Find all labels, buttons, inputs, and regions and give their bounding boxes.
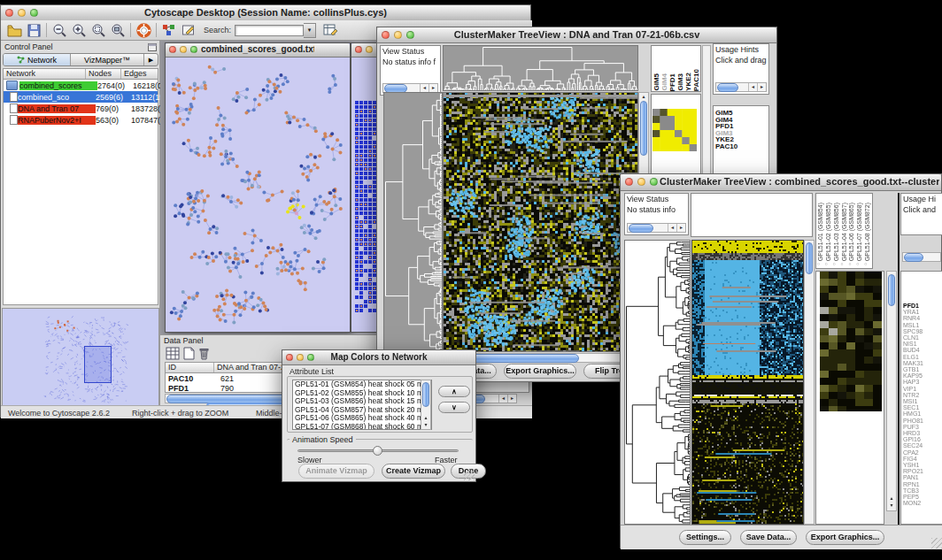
dialog-minimize-button[interactable] xyxy=(297,354,304,361)
search-input[interactable] xyxy=(235,25,304,36)
attribute-item[interactable]: GPL51-07 (GSM868) heat shock 60 min xyxy=(293,423,431,430)
network-frame-titlebar[interactable]: combined_scores_good.txt--cluste... xyxy=(166,43,350,58)
zoom-fit-icon[interactable] xyxy=(108,21,127,39)
tv2-close-button[interactable] xyxy=(625,178,633,186)
tv2-column-label: GPL51-08 (GSM872) xyxy=(864,203,872,261)
annotation-icon[interactable] xyxy=(179,21,198,39)
zoom-in-icon[interactable] xyxy=(69,21,89,39)
dialog-titlebar[interactable]: Map Colors to Network xyxy=(282,350,475,365)
tv1-column-label: GIM4 xyxy=(660,73,668,91)
animation-speed-label: Animation Speed xyxy=(290,435,356,444)
close-button[interactable] xyxy=(5,9,13,17)
tv2-row-dendrogram[interactable] xyxy=(624,240,691,525)
tv2-view-status-title: View Status xyxy=(625,194,688,204)
tv2-zoom-button[interactable] xyxy=(650,178,658,186)
dialog-resize-grip[interactable] xyxy=(464,470,475,480)
vizmapper-icon[interactable] xyxy=(159,21,179,39)
zoom-out-icon[interactable] xyxy=(50,21,69,39)
tv1-export-graphics-button[interactable]: Export Graphics... xyxy=(504,364,576,379)
tv2-usage-body: Click and xyxy=(901,204,942,215)
zoom-selected-icon[interactable] xyxy=(89,21,108,39)
tv2-gene-label: VIP1 xyxy=(903,386,942,392)
tv2-gene-label: GTB1 xyxy=(903,366,942,372)
tv1-heatmap[interactable] xyxy=(443,92,638,352)
tv2-view-status-scrollbar[interactable]: ◂▸ xyxy=(627,223,686,233)
tv1-close-button[interactable] xyxy=(382,31,390,39)
attribute-browser-icon[interactable] xyxy=(320,21,340,39)
network-list-row[interactable]: RNAPuberNov2+I563(0)107847(0) xyxy=(4,114,158,126)
search-dropdown-button[interactable]: ▾ xyxy=(304,23,316,38)
tv2-titlebar[interactable]: ClusterMaker TreeView : combined_scores_… xyxy=(621,174,941,191)
tv2-minimize-button[interactable] xyxy=(637,178,645,186)
network-view-canvas[interactable] xyxy=(166,58,349,330)
network-list-row[interactable]: combined_scores2764(0)16218(0) xyxy=(4,80,158,91)
tv2-gene-label: PAN1 xyxy=(903,474,942,480)
tv2-footer: Settings... Save Data... Export Graphics… xyxy=(621,525,942,549)
tv2-gene-label: FIG4 xyxy=(903,456,942,462)
open-file-icon[interactable] xyxy=(4,21,24,39)
tv2-export-graphics-button[interactable]: Export Graphics... xyxy=(806,530,884,545)
tv2-column-labels-panel: GPL51-01 (GSM854)GPL51-02 (GSM855)GPL51-… xyxy=(815,193,873,269)
tv2-resize-grip[interactable] xyxy=(931,538,942,548)
animate-vizmap-button[interactable]: Animate Vizmap xyxy=(298,464,374,479)
slider-thumb[interactable] xyxy=(373,446,382,456)
tv2-gene-label: ELG1 xyxy=(903,354,942,360)
dialog-close-button[interactable] xyxy=(286,354,293,361)
tv2-gene-label: YRA1 xyxy=(903,309,942,315)
network-frame-title: combined_scores_good.txt--cluste... xyxy=(201,44,314,54)
tv2-title: ClusterMaker TreeView : combined_scores_… xyxy=(660,176,939,187)
network-table-header[interactable]: Network Nodes Edges xyxy=(4,69,158,80)
window-controls[interactable] xyxy=(5,9,38,17)
tv2-column-label: GPL51-03 (GSM856) xyxy=(833,203,841,261)
tv1-column-label: YKE2 xyxy=(684,73,692,91)
attribute-list-vscrollbar[interactable]: ▴ ▾ xyxy=(421,380,431,430)
tab-overflow-arrow[interactable]: ▶ xyxy=(144,54,158,65)
tv2-gene-vscrollbar[interactable]: ▴ ▾ xyxy=(886,271,897,511)
minimize-button[interactable] xyxy=(18,9,26,17)
frame-zoom-button[interactable] xyxy=(190,46,197,53)
tv1-row-label: PAC10 xyxy=(715,143,768,150)
network-tab-icon xyxy=(17,56,25,64)
animation-speed-slider[interactable] xyxy=(297,446,459,455)
tv2-gene-label: HMG1 xyxy=(903,410,942,417)
attribute-listbox[interactable]: GPL51-01 (GSM854) heat shock 05 minGPL51… xyxy=(292,380,432,430)
tv1-usage-scrollbar[interactable]: ◂▸ xyxy=(715,82,767,92)
tab-vizmapper[interactable]: VizMapper™ xyxy=(71,54,144,65)
tv2-settings-button[interactable]: Settings... xyxy=(679,530,731,545)
tv1-title: ClusterMaker TreeView : DNA and Tran 07-… xyxy=(413,29,741,40)
tv2-heatmap-vscrollbar[interactable] xyxy=(804,240,815,525)
status-welcome: Welcome to Cytoscape 2.6.2 xyxy=(8,409,110,418)
network-nodes-count: 769(0) xyxy=(96,104,131,113)
tv1-minimize-button[interactable] xyxy=(394,31,402,39)
frame-close-button[interactable] xyxy=(169,46,176,53)
save-icon[interactable] xyxy=(24,21,43,39)
tv1-zoom-heatmap[interactable] xyxy=(652,109,697,151)
tv2-save-data-button[interactable]: Save Data... xyxy=(740,530,797,545)
help-lifebuoy-icon[interactable] xyxy=(134,21,153,39)
tv1-row-dendrogram[interactable] xyxy=(383,92,443,352)
frame-minimize-button[interactable] xyxy=(180,46,187,53)
move-down-button[interactable]: ∨ xyxy=(438,402,470,413)
tv1-row-labels: GIM5GIM4PFD1GIM3YKE2PAC10 xyxy=(714,106,768,150)
tv1-view-status-title: View Status xyxy=(381,46,440,57)
tv2-gene-labels-panel[interactable]: PFD1YRA1RNR4MSL1SPC98CLN1NIS1BUD4ELG1MAK… xyxy=(900,271,942,525)
tv1-titlebar[interactable]: ClusterMaker TreeView : DNA and Tran 07-… xyxy=(377,27,776,43)
network-list-row[interactable]: DNA and Tran 07769(0)183728(0) xyxy=(4,103,158,114)
tv2-gene-label: SPC98 xyxy=(903,328,942,334)
tv2-gene-label: GPI16 xyxy=(903,436,942,442)
tv1-column-dendrogram[interactable] xyxy=(443,45,638,91)
network-list-row[interactable]: combined_sco2569(6)13112(15) xyxy=(4,91,158,103)
treeview2-window: ClusterMaker TreeView : combined_scores_… xyxy=(620,173,942,548)
create-vizmap-button[interactable]: Create Vizmap xyxy=(382,464,445,479)
tv2-zoom-heatmap[interactable] xyxy=(820,272,882,411)
move-up-button[interactable]: ∧ xyxy=(438,386,470,397)
dialog-zoom-button[interactable] xyxy=(307,354,314,361)
main-titlebar[interactable]: Cytoscape Desktop (Session Name: collins… xyxy=(1,5,530,21)
tab-network[interactable]: Network xyxy=(4,54,71,65)
leaf-marker-icon: ○ xyxy=(841,261,849,268)
tv2-zoom-view[interactable] xyxy=(815,271,884,525)
tv2-gene-label: TCB3 xyxy=(903,487,942,494)
tv2-heatmap[interactable] xyxy=(691,240,804,525)
tv2-usage-scrollbar[interactable] xyxy=(902,252,941,262)
network-overview-panel[interactable] xyxy=(2,308,159,410)
